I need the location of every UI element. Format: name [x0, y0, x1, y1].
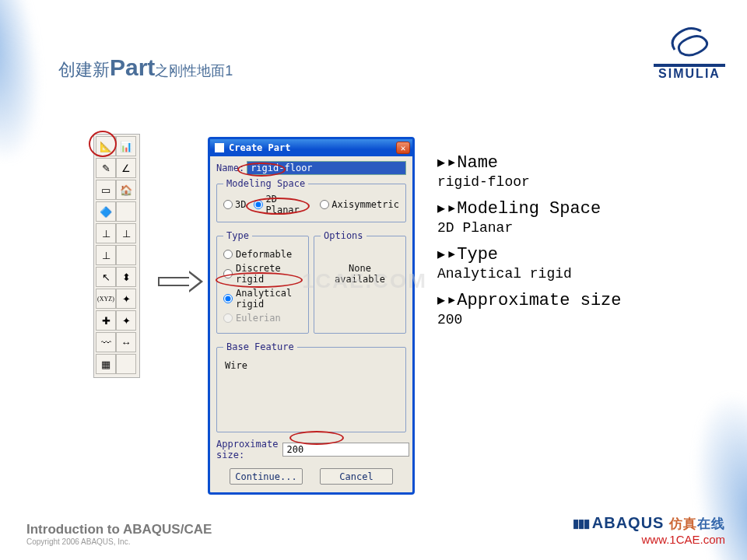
dialog-title-icon — [215, 143, 224, 152]
tool-icon[interactable]: 📐 — [96, 136, 116, 156]
radio-3d[interactable]: 3D — [223, 199, 246, 210]
type-legend: Type — [223, 230, 252, 241]
footer-url: www.1CAE.com — [573, 533, 725, 546]
tool-icon[interactable]: ✦ — [116, 289, 136, 309]
summary-head-name: ▸Name — [437, 152, 694, 173]
summary-val-approx: 200 — [437, 312, 694, 327]
footer: Introduction to ABAQUS/CAE Copyright 200… — [26, 514, 725, 546]
slide-title-prefix: 创建新 — [58, 60, 110, 79]
summary-head-type: ▸Type — [437, 243, 694, 264]
radio-2d-planar[interactable]: 2D Planar — [254, 194, 312, 215]
tool-icon[interactable]: 〰 — [96, 332, 116, 352]
name-label: Name: — [216, 163, 244, 173]
tool-icon[interactable]: ⊥ — [96, 245, 116, 265]
summary-panel: ▸Name rigid-floor ▸Modeling Space 2D Pla… — [437, 150, 694, 335]
tool-icon[interactable]: 📊 — [116, 136, 136, 156]
tool-palette: 📐📊 ✎∠ ▭🏠 🔷 ⊥⊥ ⊥ ↖⬍ (XYZ)✦ ✚✦ 〰↔ ▦ — [93, 134, 140, 378]
tool-icon[interactable]: ✦ — [116, 310, 136, 331]
summary-head-approx: ▸Approximate size — [437, 289, 694, 310]
slide-title-accent: Part — [110, 54, 155, 80]
tool-icon[interactable] — [116, 245, 136, 265]
summary-val-modeling: 2D Planar — [437, 220, 694, 236]
tool-icon[interactable]: ↔ — [116, 332, 136, 352]
modeling-space-legend: Modeling Space — [223, 178, 308, 189]
decor-swoosh-top-left — [0, 0, 66, 177]
base-feature-group: Base Feature Wire — [216, 341, 406, 432]
tool-icon[interactable]: ⊥ — [96, 223, 116, 243]
base-feature-body: Wire — [223, 357, 399, 425]
tool-icon-xyz[interactable]: (XYZ) — [96, 289, 116, 309]
dialog-titlebar[interactable]: Create Part ✕ — [210, 139, 412, 156]
options-group: Options None available — [314, 230, 406, 334]
tool-icon[interactable] — [116, 354, 136, 374]
brand-icon: ▮▮▮ — [573, 516, 589, 530]
arrow-icon — [158, 272, 205, 291]
footer-copyright: Copyright 2006 ABAQUS, Inc. — [26, 537, 212, 546]
tool-icon[interactable]: ∠ — [116, 158, 136, 178]
simulia-logo: SIMULIA — [654, 22, 725, 81]
tool-icon[interactable]: ⬍ — [116, 267, 136, 287]
close-icon[interactable]: ✕ — [396, 142, 410, 154]
footer-title: Introduction to ABAQUS/CAE — [26, 522, 212, 537]
tool-icon[interactable]: ▭ — [96, 180, 116, 200]
footer-brand: ▮▮▮ABAQUS 仿真在线 — [573, 514, 725, 533]
create-part-dialog: Create Part ✕ Name: Modeling Space 3D 2D… — [208, 137, 415, 495]
footer-cn2: 在线 — [697, 516, 725, 531]
radio-axisymmetric[interactable]: Axisymmetric — [320, 199, 399, 210]
radio-deformable[interactable]: Deformable — [223, 249, 302, 260]
cancel-button[interactable]: Cancel — [320, 468, 393, 485]
approx-size-input[interactable] — [282, 443, 409, 457]
radio-discrete-rigid[interactable]: Discrete rigid — [223, 263, 302, 285]
type-group: Type Deformable Discrete rigid Analytica… — [216, 230, 309, 334]
summary-val-name: rigid-floor — [437, 174, 694, 190]
tool-icon[interactable]: 🔷 — [96, 201, 116, 222]
footer-cn1: 仿真 — [669, 516, 697, 531]
radio-eulerian: Eulerian — [223, 313, 302, 324]
slide-title: 创建新Part之刚性地面1 — [58, 54, 233, 82]
tool-icon[interactable] — [116, 201, 136, 222]
tool-icon[interactable]: ↖ — [96, 267, 116, 287]
options-legend: Options — [321, 230, 366, 241]
continue-button[interactable]: Continue... — [230, 468, 303, 485]
approx-size-label: Approximate size: — [216, 439, 278, 460]
dialog-title: Create Part — [229, 142, 290, 153]
tool-icon[interactable]: ✚ — [96, 310, 116, 331]
summary-val-type: Analytical rigid — [437, 266, 694, 282]
tool-icon[interactable]: 🏠 — [116, 180, 136, 200]
radio-analytical-rigid[interactable]: Analytical rigid — [223, 288, 302, 310]
tool-icon[interactable]: ▦ — [96, 354, 116, 374]
summary-head-modeling: ▸Modeling Space — [437, 198, 694, 219]
tool-icon[interactable]: ⊥ — [116, 223, 136, 243]
name-input[interactable] — [247, 161, 406, 175]
ds-logo-glyph — [654, 22, 725, 62]
base-feature-legend: Base Feature — [223, 341, 297, 352]
options-body: None available — [321, 246, 399, 302]
modeling-space-group: Modeling Space 3D 2D Planar Axisymmetric — [216, 178, 406, 222]
slide-title-suffix: 之刚性地面1 — [155, 63, 233, 79]
tool-icon[interactable]: ✎ — [96, 158, 116, 178]
simulia-text: SIMULIA — [654, 67, 725, 81]
